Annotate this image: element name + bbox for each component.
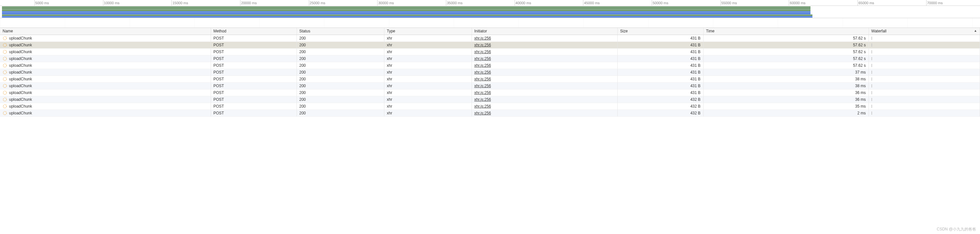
initiator-link[interactable]: xhr.js:256 <box>474 97 491 102</box>
initiator-link[interactable]: xhr.js:256 <box>474 43 491 47</box>
svg-point-2 <box>3 50 7 54</box>
table-row[interactable]: uploadChunkPOST200xhrxhr.js:256432 B36 m… <box>0 96 980 103</box>
request-name: uploadChunk <box>9 84 32 88</box>
cell-type: xhr <box>384 41 471 48</box>
table-row[interactable]: uploadChunkPOST200xhrxhr.js:256432 B2 ms <box>0 110 980 116</box>
table-row[interactable]: uploadChunkPOST200xhrxhr.js:256431 B38 m… <box>0 82 980 89</box>
svg-point-9 <box>3 97 7 101</box>
cell-status: 200 <box>296 48 384 55</box>
cell-name[interactable]: uploadChunk <box>0 110 211 116</box>
initiator-link[interactable]: xhr.js:256 <box>474 36 491 40</box>
column-header-size[interactable]: Size <box>617 28 703 35</box>
timeline-spacer <box>0 18 980 28</box>
cell-status: 200 <box>296 96 384 103</box>
cell-initiator: xhr.js:256 <box>471 69 617 75</box>
table-row[interactable]: uploadChunkPOST200xhrxhr.js:256431 B57.6… <box>0 62 980 69</box>
cell-method: POST <box>211 110 296 116</box>
timeline-tick-label: 15000 ms <box>172 1 188 5</box>
svg-point-7 <box>3 84 7 88</box>
table-row[interactable]: uploadChunkPOST200xhrxhr.js:256431 B57.6… <box>0 41 980 48</box>
cell-type: xhr <box>384 48 471 55</box>
overview-bar <box>2 14 813 16</box>
svg-point-8 <box>3 91 7 94</box>
cell-name[interactable]: uploadChunk <box>0 103 211 110</box>
timeline-tick-label: 70000 ms <box>927 1 943 5</box>
cell-type: xhr <box>384 110 471 116</box>
overview-strip[interactable] <box>0 6 980 18</box>
cell-initiator: xhr.js:256 <box>471 62 617 69</box>
waterfall-bar <box>872 71 872 74</box>
cell-waterfall <box>869 55 980 62</box>
table-row[interactable]: uploadChunkPOST200xhrxhr.js:256431 B57.6… <box>0 55 980 62</box>
cell-method: POST <box>211 62 296 69</box>
initiator-link[interactable]: xhr.js:256 <box>474 104 491 108</box>
table-header-row: Name Method Status Type Initiator Size T… <box>0 28 980 35</box>
request-name: uploadChunk <box>9 91 32 95</box>
initiator-link[interactable]: xhr.js:256 <box>474 63 491 68</box>
column-header-method[interactable]: Method <box>211 28 296 35</box>
overview-bar <box>2 11 810 13</box>
cell-status: 200 <box>296 89 384 96</box>
cell-size: 431 B <box>617 41 703 48</box>
cell-initiator: xhr.js:256 <box>471 75 617 82</box>
request-name: uploadChunk <box>9 43 32 47</box>
table-row[interactable]: uploadChunkPOST200xhrxhr.js:256431 B36 m… <box>0 89 980 96</box>
waterfall-bar <box>872 78 872 81</box>
overview-bar <box>2 10 810 11</box>
timeline-tick: 20000 ms <box>240 0 257 6</box>
initiator-link[interactable]: xhr.js:256 <box>474 84 491 88</box>
cell-name[interactable]: uploadChunk <box>0 96 211 103</box>
initiator-link[interactable]: xhr.js:256 <box>474 49 491 54</box>
cell-waterfall <box>869 103 980 110</box>
table-row[interactable]: uploadChunkPOST200xhrxhr.js:256431 B38 m… <box>0 75 980 82</box>
cell-name[interactable]: uploadChunk <box>0 62 211 69</box>
cell-time: 2 ms <box>703 110 869 116</box>
timeline-tick-label: 20000 ms <box>241 1 257 5</box>
cell-method: POST <box>211 48 296 55</box>
cell-type: xhr <box>384 89 471 96</box>
cell-size: 432 B <box>617 96 703 103</box>
column-header-waterfall[interactable]: Waterfall ▲ <box>869 28 980 35</box>
svg-point-10 <box>3 104 7 108</box>
table-row[interactable]: uploadChunkPOST200xhrxhr.js:256431 B37 m… <box>0 69 980 75</box>
svg-point-3 <box>3 57 7 60</box>
cell-name[interactable]: uploadChunk <box>0 41 211 48</box>
initiator-link[interactable]: xhr.js:256 <box>474 111 491 115</box>
cell-name[interactable]: uploadChunk <box>0 55 211 62</box>
cell-name[interactable]: uploadChunk <box>0 48 211 55</box>
cell-time: 57.62 s <box>703 62 869 69</box>
column-header-status[interactable]: Status <box>296 28 384 35</box>
column-header-initiator[interactable]: Initiator <box>471 28 617 35</box>
network-requests-table: Name Method Status Type Initiator Size T… <box>0 28 980 117</box>
cell-name[interactable]: uploadChunk <box>0 35 211 41</box>
column-header-label: Initiator <box>474 29 487 33</box>
timeline-tick: 30000 ms <box>377 0 394 6</box>
cell-initiator: xhr.js:256 <box>471 96 617 103</box>
waterfall-bar <box>872 64 872 67</box>
cell-method: POST <box>211 55 296 62</box>
cell-status: 200 <box>296 35 384 41</box>
initiator-link[interactable]: xhr.js:256 <box>474 91 491 95</box>
column-header-name[interactable]: Name <box>0 28 211 35</box>
cell-name[interactable]: uploadChunk <box>0 69 211 75</box>
cell-status: 200 <box>296 55 384 62</box>
cell-name[interactable]: uploadChunk <box>0 82 211 89</box>
cell-name[interactable]: uploadChunk <box>0 89 211 96</box>
column-header-time[interactable]: Time <box>703 28 869 35</box>
cell-type: xhr <box>384 75 471 82</box>
column-header-label: Type <box>387 29 395 33</box>
cell-waterfall <box>869 75 980 82</box>
table-row[interactable]: uploadChunkPOST200xhrxhr.js:256431 B57.6… <box>0 35 980 41</box>
request-name: uploadChunk <box>9 70 32 75</box>
overview-bar <box>2 6 810 8</box>
timeline-ruler[interactable]: 5000 ms10000 ms15000 ms20000 ms25000 ms3… <box>0 0 980 6</box>
timeline-tick: 55000 ms <box>721 0 737 6</box>
table-row[interactable]: uploadChunkPOST200xhrxhr.js:256431 B57.6… <box>0 48 980 55</box>
table-row[interactable]: uploadChunkPOST200xhrxhr.js:256432 B35 m… <box>0 103 980 110</box>
column-header-type[interactable]: Type <box>384 28 471 35</box>
cell-status: 200 <box>296 69 384 75</box>
cell-name[interactable]: uploadChunk <box>0 75 211 82</box>
initiator-link[interactable]: xhr.js:256 <box>474 56 491 61</box>
initiator-link[interactable]: xhr.js:256 <box>474 77 491 81</box>
initiator-link[interactable]: xhr.js:256 <box>474 70 491 75</box>
